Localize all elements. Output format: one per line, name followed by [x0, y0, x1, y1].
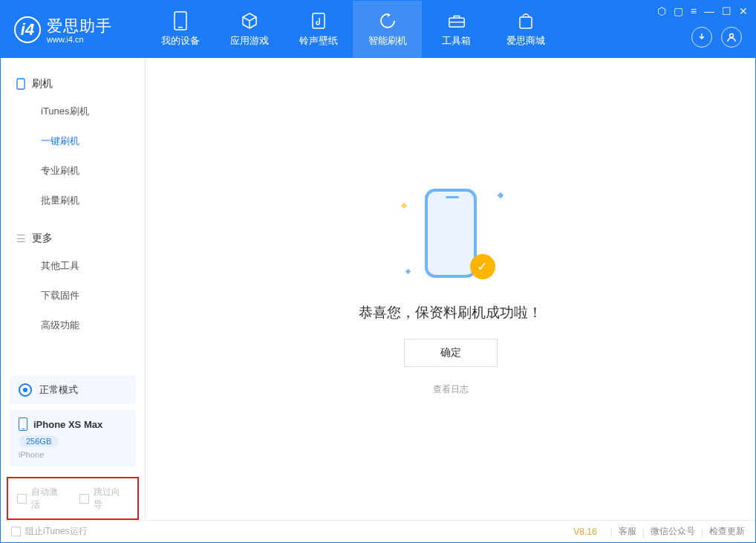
header: i4 爱思助手 www.i4.cn 我的设备 应用游戏 铃声壁纸 智能刷机 工具… [1, 1, 755, 58]
ok-button[interactable]: 确定 [404, 339, 498, 367]
sidebar-group-flash: 刷机 [1, 71, 145, 97]
music-file-icon [310, 12, 328, 30]
maximize-icon[interactable]: ☐ [722, 5, 731, 17]
svg-rect-7 [17, 79, 25, 89]
phone-icon [19, 417, 27, 431]
footer-link-support[interactable]: 客服 [619, 525, 636, 538]
skin-icon[interactable]: ⬡ [657, 5, 666, 17]
check-badge-icon: ✓ [470, 254, 495, 279]
tab-store[interactable]: 爱思商城 [491, 1, 560, 58]
footer-right: V8.16 | 客服 | 微信公众号 | 检查更新 [573, 525, 745, 538]
footer-link-wechat[interactable]: 微信公众号 [651, 525, 695, 538]
group-title: 刷机 [32, 77, 53, 91]
svg-rect-2 [313, 13, 325, 28]
device-name: iPhone XS Max [33, 419, 102, 430]
sidebar-item-batch[interactable]: 批量刷机 [1, 186, 145, 215]
version-label: V8.16 [573, 527, 596, 537]
logo-area: i4 爱思助手 www.i4.cn [1, 16, 146, 44]
footer: 阻止iTunes运行 V8.16 | 客服 | 微信公众号 | 检查更新 [1, 520, 755, 542]
mode-icon [19, 383, 32, 397]
logo-icon: i4 [14, 16, 41, 43]
device-mode-card[interactable]: 正常模式 [10, 376, 136, 404]
close-icon[interactable]: ✕ [739, 5, 748, 17]
options-row: 自动激活 跳过向导 [7, 477, 139, 520]
sparkle-icon [497, 192, 503, 198]
checkbox-auto-activate[interactable]: 自动激活 [17, 486, 66, 511]
body: 刷机 iTunes刷机 一键刷机 专业刷机 批量刷机 ☰ 更多 其他工具 下载固… [1, 58, 755, 520]
tab-ringtone[interactable]: 铃声壁纸 [284, 1, 353, 58]
checkbox-icon [17, 494, 27, 504]
success-message: 恭喜您，保资料刷机成功啦！ [359, 303, 542, 322]
tab-label: 智能刷机 [368, 34, 407, 48]
device-mode: 正常模式 [39, 383, 78, 397]
sparkle-icon [405, 268, 410, 273]
main-content: ✓ 恭喜您，保资料刷机成功啦！ 确定 查看日志 [146, 58, 755, 520]
group-title: 更多 [32, 232, 53, 245]
header-right [691, 27, 742, 48]
checkbox-block-itunes[interactable]: 阻止iTunes运行 [11, 525, 88, 538]
checkbox-icon [11, 527, 21, 536]
checkbox-icon [79, 494, 89, 504]
cube-icon [241, 12, 258, 30]
qr-icon[interactable]: ▢ [674, 5, 683, 17]
svg-rect-5 [520, 17, 532, 28]
tab-device[interactable]: 我的设备 [146, 1, 215, 58]
minimize-icon[interactable]: — [704, 5, 714, 17]
refresh-shield-icon [379, 12, 397, 30]
download-icon[interactable] [691, 27, 712, 48]
device-info-card[interactable]: iPhone XS Max 256GB iPhone [10, 410, 136, 466]
svg-rect-1 [178, 27, 183, 28]
user-icon[interactable] [721, 27, 742, 48]
tab-label: 工具箱 [442, 34, 471, 48]
app-name: 爱思助手 [47, 16, 112, 36]
device-type: iPhone [19, 450, 127, 459]
sidebar-item-firmware[interactable]: 下载固件 [1, 281, 145, 310]
phone-illustration-icon [425, 189, 477, 278]
toolbox-icon [448, 12, 466, 30]
hamburger-icon: ☰ [16, 233, 26, 244]
storage-badge: 256GB [19, 435, 59, 447]
sparkle-icon [400, 202, 406, 208]
tab-label: 爱思商城 [506, 34, 545, 48]
tab-label: 我的设备 [161, 34, 200, 48]
tab-tools[interactable]: 工具箱 [422, 1, 491, 58]
checkbox-label: 阻止iTunes运行 [25, 525, 88, 538]
tab-label: 铃声壁纸 [299, 34, 338, 48]
sidebar: 刷机 iTunes刷机 一键刷机 专业刷机 批量刷机 ☰ 更多 其他工具 下载固… [1, 58, 146, 520]
tab-flash[interactable]: 智能刷机 [353, 1, 422, 58]
sidebar-item-other[interactable]: 其他工具 [1, 251, 145, 281]
success-illustration: ✓ [399, 183, 503, 287]
svg-point-6 [730, 34, 734, 38]
sidebar-group-more: ☰ 更多 [1, 226, 145, 251]
bag-icon [517, 12, 535, 30]
checkbox-label: 自动激活 [31, 486, 66, 511]
checkbox-label: 跳过向导 [94, 486, 128, 511]
checkbox-skip-guide[interactable]: 跳过向导 [79, 486, 128, 511]
tab-label: 应用游戏 [230, 34, 269, 48]
window-controls: ⬡ ▢ ≡ — ☐ ✕ [657, 5, 748, 17]
sidebar-item-itunes[interactable]: iTunes刷机 [1, 97, 145, 126]
device-icon [172, 12, 189, 30]
phone-outline-icon [16, 79, 26, 89]
menu-icon[interactable]: ≡ [691, 5, 697, 17]
sidebar-item-advanced[interactable]: 高级功能 [1, 310, 145, 340]
device-panel: 正常模式 iPhone XS Max 256GB iPhone [1, 368, 145, 474]
footer-link-update[interactable]: 检查更新 [709, 525, 745, 538]
sidebar-item-pro[interactable]: 专业刷机 [1, 156, 145, 186]
sidebar-item-oneclick[interactable]: 一键刷机 [1, 126, 145, 156]
tab-apps[interactable]: 应用游戏 [215, 1, 284, 58]
app-site: www.i4.cn [47, 35, 112, 44]
main-tabs: 我的设备 应用游戏 铃声壁纸 智能刷机 工具箱 爱思商城 [146, 1, 560, 58]
view-log-link[interactable]: 查看日志 [433, 383, 469, 396]
